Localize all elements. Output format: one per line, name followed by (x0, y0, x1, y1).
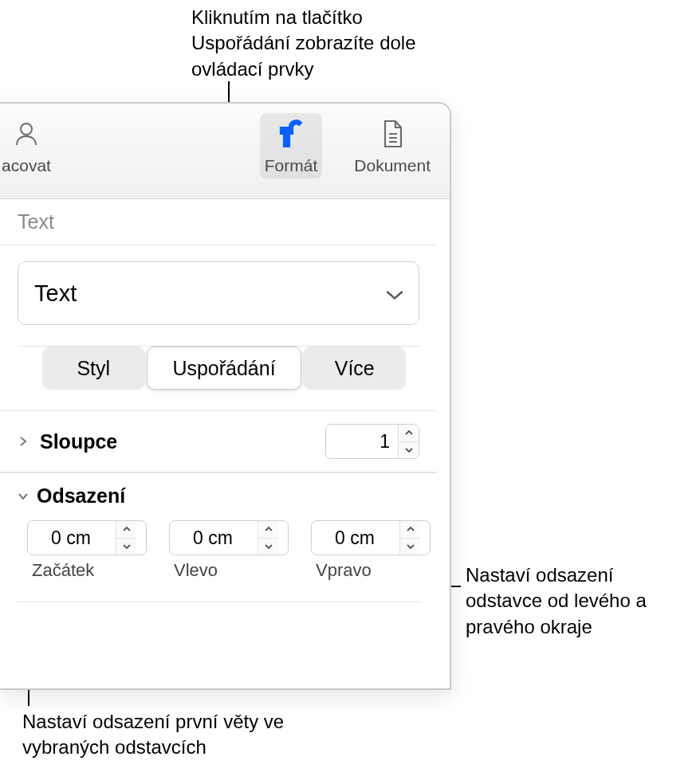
inspector-panel: Text Text Styl Uspořádání Více Sloupce (0, 199, 450, 602)
tab-more[interactable]: Více (303, 347, 406, 390)
columns-label: Sloupce (40, 430, 325, 453)
toolbar-label: Dokument (354, 156, 431, 175)
tab-style[interactable]: Styl (42, 347, 145, 390)
chevron-down-icon (385, 280, 404, 307)
indent-header: Odsazení (18, 484, 419, 508)
chevron-down-icon[interactable] (18, 491, 29, 502)
stepper-down-icon[interactable] (116, 539, 136, 555)
paragraph-style-value: Text (34, 280, 77, 307)
toolbar-button-collaborate[interactable]: acovat (0, 113, 57, 178)
indent-left-column: Vlevo (169, 520, 289, 581)
callout-first-line-indent: Nastaví odsazení první věty ve vybraných… (22, 709, 309, 761)
callout-left-right-indent: Nastaví odsazení odstavce od levého a pr… (466, 563, 689, 640)
toolbar-label: acovat (2, 156, 51, 175)
columns-stepper[interactable] (325, 424, 419, 459)
indent-first-input[interactable] (28, 521, 116, 555)
document-icon (375, 116, 410, 151)
svg-point-0 (21, 123, 32, 135)
toolbar-button-document[interactable]: Dokument (349, 113, 435, 178)
indent-right-label: Vpravo (311, 560, 372, 581)
indent-label: Odsazení (37, 484, 125, 508)
indent-left-input[interactable] (170, 521, 258, 555)
indent-first-column: Začátek (27, 520, 147, 581)
columns-row: Sloupce (0, 410, 437, 472)
stepper-down-icon[interactable] (399, 442, 419, 459)
toolbar: acovat Formát (0, 104, 450, 199)
indent-right-input[interactable] (312, 521, 399, 555)
toolbar-button-format[interactable]: Formát (260, 113, 323, 178)
stepper-up-icon[interactable] (399, 425, 419, 442)
stepper-up-icon[interactable] (258, 521, 278, 539)
indent-left-stepper[interactable] (169, 520, 289, 555)
toolbar-label: Formát (265, 156, 318, 175)
columns-input[interactable] (326, 425, 398, 458)
divider (18, 602, 419, 602)
indent-section: Odsazení Začátek (0, 472, 437, 587)
callout-layout-tab: Kliknutím na tlačítko Uspořádání zobrazí… (191, 5, 446, 82)
format-icon (273, 116, 309, 151)
collaborate-icon (9, 116, 44, 151)
panel-title: Text (0, 199, 437, 245)
indent-right-stepper[interactable] (311, 520, 431, 555)
stepper-down-icon[interactable] (258, 539, 278, 555)
inspector-window: acovat Formát (0, 102, 451, 690)
paragraph-style-select[interactable]: Text (18, 261, 419, 325)
stepper-down-icon[interactable] (400, 539, 420, 555)
stepper-up-icon[interactable] (116, 521, 136, 539)
indent-first-label: Začátek (27, 560, 94, 581)
stepper-up-icon[interactable] (400, 521, 420, 539)
chevron-right-icon[interactable] (18, 436, 32, 447)
indent-controls: Začátek Vlevo (18, 520, 419, 581)
indent-first-stepper[interactable] (27, 520, 147, 555)
indent-right-column: Vpravo (311, 520, 431, 581)
text-subtabs: Styl Uspořádání Více (41, 347, 407, 390)
tab-layout[interactable]: Uspořádání (147, 347, 302, 390)
indent-left-label: Vlevo (169, 560, 218, 581)
